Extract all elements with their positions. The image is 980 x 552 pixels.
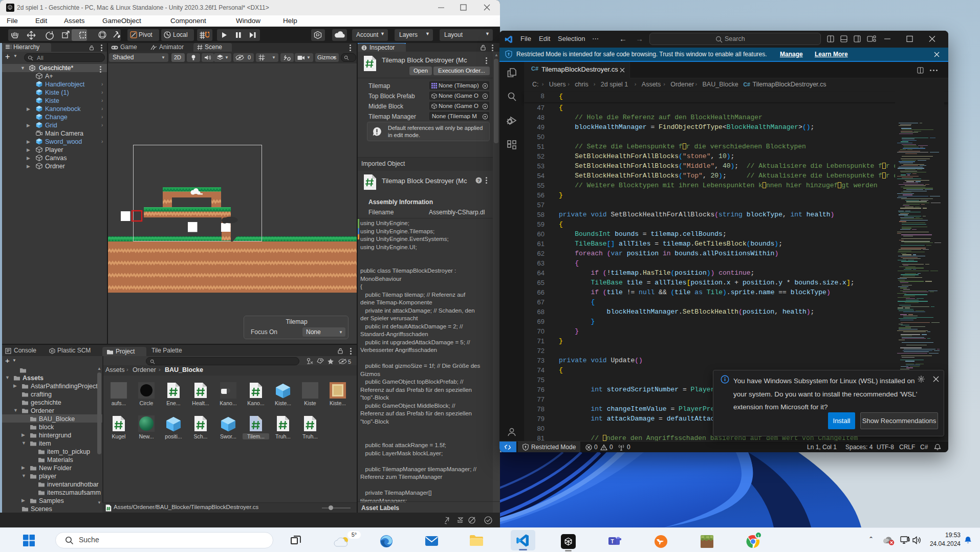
svg-text:T: T — [611, 539, 614, 544]
svg-text:?: ? — [477, 178, 481, 183]
svg-text:5: 5 — [348, 359, 351, 365]
